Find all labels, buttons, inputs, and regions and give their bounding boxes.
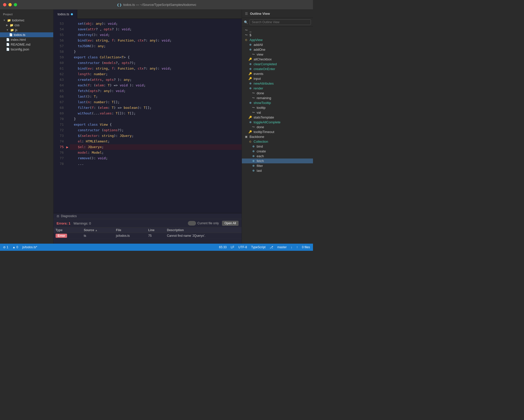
outline-item-toggleallcomplete[interactable]: ⊕ toggleAllComplete: [242, 120, 313, 125]
language[interactable]: TypeScript: [251, 245, 266, 249]
window-controls[interactable]: [3, 3, 17, 6]
outline-item-clearcompleted[interactable]: ⊕ clearCompleted: [242, 62, 313, 67]
outline-item-each[interactable]: ⊕ each: [242, 154, 313, 159]
unsaved-indicator: [71, 13, 73, 15]
outline-item-collection[interactable]: © Collection: [242, 139, 313, 144]
warning-status[interactable]: ▲ 0: [12, 245, 18, 249]
outline-item-allcheckbox[interactable]: 🔑 allCheckbox: [242, 57, 313, 62]
outline-item-label: each: [257, 154, 264, 158]
outline-item-appview[interactable]: © AppView: [242, 37, 313, 42]
outline-item-label: addOne: [254, 48, 265, 51]
outline-item-showtooltip[interactable]: ⊕ showTooltip: [242, 100, 313, 105]
toggle-switch[interactable]: [188, 221, 196, 226]
open-all-button[interactable]: Open All: [222, 221, 239, 226]
outline-item-create[interactable]: ⊕ create: [242, 149, 313, 154]
current-file-toggle[interactable]: Current file only: [188, 221, 219, 226]
outline-item-tooltiptimeout[interactable]: 🔑 tooltipTimeout: [242, 129, 313, 134]
outline-item-addall[interactable]: ⊕ addAll: [242, 42, 313, 47]
outline-item-events[interactable]: 🔑 events: [242, 71, 313, 76]
outline-item-underscore[interactable]: 〜 _: [242, 28, 313, 33]
diagnostics-controls: Errors: 1 Warnings: 0 Current file only …: [54, 219, 242, 228]
outline-item-label: done: [257, 91, 264, 95]
tab-bar: todos.ts: [54, 10, 242, 19]
code-editor[interactable]: 5354555657 5859606162 6364656667 6869707…: [54, 19, 242, 213]
outline-item-label: create: [257, 149, 266, 153]
outline-item-label: last: [257, 169, 262, 173]
method-icon: ⊕: [251, 145, 256, 148]
outline-item-label: render: [254, 86, 263, 90]
col-file[interactable]: File: [114, 228, 146, 233]
outline-item-label: events: [254, 72, 263, 76]
diagnostics-title: Diagnostics: [61, 214, 77, 218]
outline-item-last[interactable]: ⊕ last: [242, 168, 313, 173]
sidebar-item-readme[interactable]: 📄 README.md: [0, 42, 53, 47]
outline-item-render[interactable]: ⊕ render: [242, 86, 313, 91]
method-icon: ⊕: [248, 43, 253, 46]
sidebar-item-js[interactable]: ▼ 📁 js: [0, 28, 53, 32]
editor-tab-todos-ts[interactable]: todos.ts: [54, 10, 77, 19]
outline-item-tooltip[interactable]: 〜 tooltip: [242, 105, 313, 110]
sidebar: Project ▼ 📁 todomvc ▶ 📁 css ▼ 📁 js 📄 tod…: [0, 10, 54, 244]
sidebar-item-todos-ts[interactable]: 📄 todos.ts: [0, 32, 53, 37]
minimize-button[interactable]: [8, 3, 12, 6]
sidebar-item-index-html[interactable]: 📄 index.html: [0, 37, 53, 42]
sidebar-item-css[interactable]: ▶ 📁 css: [0, 23, 53, 28]
main-layout: Project ▼ 📁 todomvc ▶ 📁 css ▼ 📁 js 📄 tod…: [0, 10, 313, 244]
curve-icon: 〜: [251, 111, 256, 114]
outline-panel: ☰ Outline View 🔍 〜 _ 〜 $ © AppView ⊕ add…: [242, 10, 313, 244]
errors-count: Errors: 1: [57, 221, 70, 225]
outline-item-val[interactable]: 〜 val: [242, 110, 313, 115]
key-icon: 🔑: [248, 116, 253, 119]
curve-icon: 〜: [251, 106, 256, 110]
table-row[interactable]: Error ts js/todos.ts 75 Cannot find name…: [54, 233, 242, 239]
maximize-button[interactable]: [14, 3, 17, 6]
error-status[interactable]: ⊘ 1: [3, 245, 8, 249]
outline-search-bar[interactable]: 🔍: [242, 18, 313, 27]
col-source[interactable]: Source ▲: [82, 228, 114, 233]
error-type-cell: Error: [54, 233, 82, 239]
outline-item-createonenter[interactable]: ⊕ createOnEnter: [242, 67, 313, 71]
sidebar-item-todomvc[interactable]: ▼ 📁 todomvc: [0, 18, 53, 23]
git-branch[interactable]: master: [277, 245, 287, 249]
line-numbers: 5354555657 5859606162 6364656667 6869707…: [54, 19, 66, 213]
ts-file-icon: 📄: [9, 33, 13, 36]
outline-item-label: addAll: [254, 43, 263, 47]
outline-item-statstemplate[interactable]: 🔑 statsTemplate: [242, 115, 313, 120]
outline-item-remaining[interactable]: 〜 remaining: [242, 96, 313, 100]
close-button[interactable]: [3, 3, 6, 6]
key-icon: 🔑: [248, 72, 253, 75]
method-icon: ⊕: [251, 150, 256, 153]
namespace-icon: ▣: [244, 135, 248, 138]
cursor-position[interactable]: 65:33: [219, 245, 227, 249]
error-badge: Error: [56, 234, 67, 238]
charset[interactable]: UTF-8: [238, 245, 247, 249]
outline-item-addone[interactable]: ⊕ addOne: [242, 47, 313, 52]
outline-item-view[interactable]: 〜 view: [242, 52, 313, 57]
warning-count: 0: [17, 245, 18, 249]
key-icon: 🔑: [248, 77, 253, 80]
outline-item-done2[interactable]: 〜 done: [242, 125, 313, 129]
col-type[interactable]: Type: [54, 228, 82, 233]
outline-item-label: _: [250, 28, 251, 32]
line-ending[interactable]: LF: [231, 245, 234, 249]
method-icon: ⊕: [248, 82, 253, 85]
curve-icon: 〜: [251, 125, 256, 129]
outline-list-icon: ☰: [245, 12, 248, 16]
down-arrow-icon: ↓: [291, 245, 292, 249]
chevron-down-icon: ▼: [3, 19, 6, 22]
outline-item-filter[interactable]: ⊕ filter: [242, 163, 313, 168]
outline-item-fetch[interactable]: ⊕ fetch: [242, 159, 313, 163]
outline-item-newattributes[interactable]: ⊕ newAttributes: [242, 81, 313, 86]
error-circle-icon: ⊘: [3, 245, 6, 249]
error-line-cell: 75: [146, 233, 165, 239]
outline-item-backbone[interactable]: ▣ Backbone: [242, 134, 313, 139]
outline-search-input[interactable]: [250, 19, 311, 25]
outline-item-dollar[interactable]: 〜 $: [242, 33, 313, 37]
outline-item-label: Collection: [254, 140, 268, 143]
sidebar-item-tsconfig[interactable]: 📄 tsconfig.json: [0, 47, 53, 52]
col-description[interactable]: Description: [165, 228, 242, 233]
outline-item-input[interactable]: 🔑 input: [242, 76, 313, 81]
outline-item-bind[interactable]: ⊕ bind: [242, 144, 313, 149]
outline-item-done[interactable]: 〜 done: [242, 91, 313, 96]
col-line[interactable]: Line: [146, 228, 165, 233]
